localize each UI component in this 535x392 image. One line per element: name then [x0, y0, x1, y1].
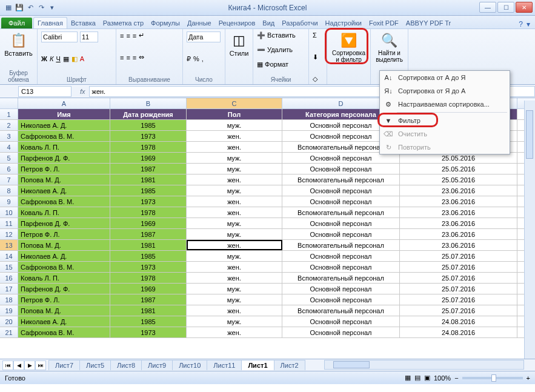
row-header[interactable]: 17	[0, 284, 18, 294]
cells-format-button[interactable]: ▦ Формат	[257, 61, 288, 68]
cell[interactable]: Основной персонал	[282, 327, 400, 337]
tab-abbyy[interactable]: ABBYY PDF Tr	[402, 18, 454, 28]
close-button[interactable]: ✕	[516, 2, 533, 13]
number-format-combo[interactable]	[187, 32, 221, 42]
font-name-combo[interactable]	[41, 32, 78, 42]
fill-color-icon[interactable]: ◧	[71, 55, 78, 63]
cell[interactable]: 1973	[110, 327, 187, 337]
cell[interactable]: муж.	[187, 185, 282, 196]
cell[interactable]: жен.	[187, 262, 282, 272]
cell[interactable]: 1969	[110, 153, 187, 163]
cell[interactable]: 23.06.2016	[400, 185, 517, 196]
find-select-button[interactable]: 🔍Найти и выделить	[374, 32, 404, 64]
sheet-nav-prev[interactable]: ◀	[13, 360, 24, 370]
cell[interactable]: Петров Ф. Л.	[18, 294, 110, 305]
cell[interactable]: жен.	[187, 142, 282, 152]
cells-delete-button[interactable]: ➖ Удалить	[257, 46, 293, 53]
align-right-icon[interactable]: ≡	[133, 54, 136, 61]
font-size-combo[interactable]	[80, 32, 98, 42]
cell[interactable]: 25.07.2016	[400, 284, 517, 294]
align-bot-icon[interactable]: ≡	[133, 32, 136, 39]
tab-foxit[interactable]: Foxit PDF	[365, 18, 402, 28]
sheet-tab[interactable]: Лист5	[79, 360, 111, 370]
select-all-corner[interactable]	[0, 98, 18, 108]
sheet-tab[interactable]: Лист8	[110, 360, 142, 370]
font-color-icon[interactable]: A	[80, 55, 84, 62]
row-header[interactable]: 15	[0, 262, 18, 272]
minimize-button[interactable]: —	[479, 2, 496, 13]
cell[interactable]: 1987	[110, 294, 187, 305]
zoom-slider[interactable]	[462, 377, 523, 379]
cell[interactable]: 24.08.2016	[400, 327, 517, 337]
vscroll-thumb[interactable]	[526, 110, 533, 159]
row-header[interactable]: 13	[0, 240, 18, 250]
cell[interactable]: Сафронова В. М.	[18, 196, 110, 207]
row-header[interactable]: 20	[0, 316, 18, 327]
row-header[interactable]: 21	[0, 327, 18, 337]
row-header[interactable]: 4	[0, 142, 18, 152]
cell[interactable]: 1985	[110, 185, 187, 196]
view-break-icon[interactable]: ▣	[424, 374, 430, 382]
row-header[interactable]: 7	[0, 174, 18, 185]
cell[interactable]: жен.	[187, 174, 282, 185]
cell[interactable]: Николаев А. Д.	[18, 251, 110, 261]
cell[interactable]: Вспомогательный персонал	[282, 207, 400, 218]
cell[interactable]: муж.	[187, 251, 282, 261]
cell[interactable]: 25.07.2016	[400, 305, 517, 316]
hscroll-thumb[interactable]	[333, 361, 370, 368]
cell[interactable]: Основной персонал	[282, 316, 400, 327]
cell[interactable]: 23.06.2016	[400, 229, 517, 239]
cell[interactable]: Парфенов Д. Ф.	[18, 284, 110, 294]
cell[interactable]: 1973	[110, 196, 187, 207]
view-layout-icon[interactable]: ▤	[414, 374, 420, 382]
autosum-icon[interactable]: Σ	[313, 32, 323, 39]
cell[interactable]: Основной персонал	[282, 294, 400, 305]
cell[interactable]: 1969	[110, 284, 187, 294]
help-icon[interactable]: ?	[519, 20, 523, 28]
cell[interactable]: 1985	[110, 316, 187, 327]
tab-review[interactable]: Рецензиров	[215, 18, 259, 28]
cell[interactable]: муж.	[187, 120, 282, 130]
underline-button[interactable]: Ч	[56, 55, 60, 62]
cell[interactable]: жен.	[187, 327, 282, 337]
header-cell[interactable]: Имя	[18, 109, 110, 119]
redo-icon[interactable]: ↷	[36, 3, 46, 13]
cell[interactable]: Николаев А. Д.	[18, 316, 110, 327]
cell[interactable]: муж.	[187, 284, 282, 294]
styles-button[interactable]: ◫Стили	[229, 32, 249, 58]
cell[interactable]: муж.	[187, 218, 282, 228]
horizontal-scrollbar[interactable]	[324, 360, 524, 370]
tab-layout[interactable]: Разметка стр	[99, 18, 147, 28]
cell[interactable]: Вспомогательный персонал	[282, 273, 400, 283]
col-header-C[interactable]: C	[187, 98, 282, 108]
cell[interactable]: муж.	[187, 164, 282, 174]
tab-insert[interactable]: Вставка	[67, 18, 99, 28]
cell[interactable]: муж.	[187, 229, 282, 239]
currency-icon[interactable]: ₽	[187, 55, 191, 63]
ribbon-minimize-icon[interactable]: ▾	[527, 20, 530, 28]
cell[interactable]: Петров Ф. Л.	[18, 229, 110, 239]
cell[interactable]: Вспомогательный персонал	[282, 174, 400, 185]
tab-addins[interactable]: Надстройки	[322, 18, 365, 28]
sheet-nav-last[interactable]: ⏭	[35, 360, 46, 370]
percent-icon[interactable]: %	[193, 55, 199, 62]
cell[interactable]: Сафронова В. М.	[18, 131, 110, 141]
cell[interactable]: жен.	[187, 273, 282, 283]
cell[interactable]: жен.	[187, 207, 282, 218]
cell[interactable]: 25.07.2016	[400, 262, 517, 272]
tab-data[interactable]: Данные	[184, 18, 215, 28]
cell[interactable]: Основной персонал	[282, 164, 400, 174]
row-header[interactable]: 6	[0, 164, 18, 174]
cell[interactable]: муж.	[187, 294, 282, 305]
clear-icon[interactable]: ◇	[313, 75, 323, 83]
tab-home[interactable]: Главная	[33, 17, 67, 28]
wrap-icon[interactable]: ↵	[139, 32, 144, 39]
header-cell[interactable]: Дата рождения	[110, 109, 187, 119]
cell[interactable]: 25.07.2016	[400, 294, 517, 305]
menu-sort-za[interactable]: Я↓Сортировка от Я до А	[380, 84, 510, 98]
cell[interactable]: 1978	[110, 273, 187, 283]
cell[interactable]: 24.08.2016	[400, 316, 517, 327]
cell[interactable]: Коваль Л. П.	[18, 273, 110, 283]
paste-button[interactable]: 📋 Вставить	[4, 32, 33, 58]
cell[interactable]: жен.	[187, 305, 282, 316]
